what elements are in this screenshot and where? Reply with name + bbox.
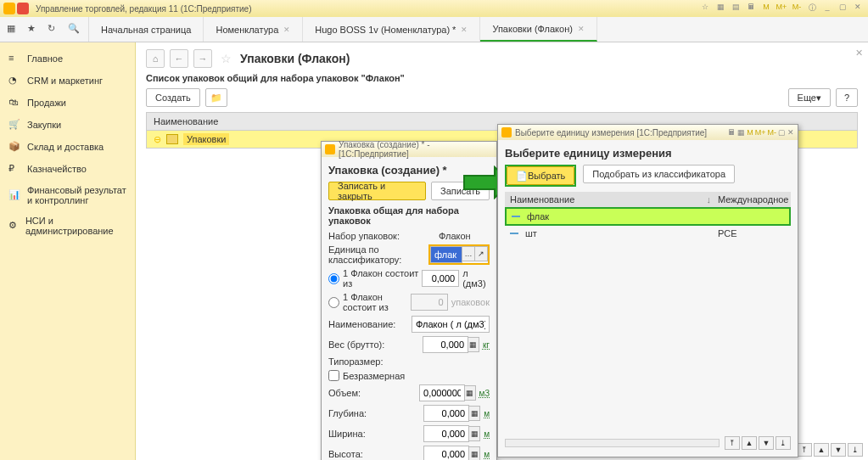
home-button[interactable]: ⌂: [146, 49, 165, 68]
forward-button[interactable]: →: [193, 49, 212, 68]
weight-unit[interactable]: кг: [483, 340, 490, 350]
tb-mplus[interactable]: M+: [755, 128, 766, 137]
nav-top-icon[interactable]: ⤒: [725, 436, 740, 450]
close-icon[interactable]: ✕: [578, 25, 585, 33]
nav-up-icon[interactable]: ▲: [814, 443, 829, 457]
width-unit[interactable]: м: [484, 429, 490, 439]
sidebar-item-crm[interactable]: ◔CRM и маркетинг: [0, 70, 135, 92]
close-icon[interactable]: ✕: [461, 25, 468, 34]
classifier-button[interactable]: Подобрать из классификатора: [583, 165, 735, 183]
tb-grid-icon[interactable]: ▦: [714, 3, 727, 14]
dimensionless-checkbox[interactable]: [328, 370, 339, 381]
calc-icon[interactable]: ▦: [468, 406, 480, 421]
set-value: Флакон: [439, 231, 471, 241]
volume-input[interactable]: [419, 384, 465, 401]
save-close-button[interactable]: Записать и закрыть: [328, 182, 426, 200]
nav-down-icon[interactable]: ▼: [759, 436, 774, 450]
close-page-icon[interactable]: ✕: [855, 48, 863, 59]
back-button[interactable]: ←: [170, 49, 188, 68]
width-label: Ширина:: [328, 429, 423, 439]
page-footer-controls: ⤒ ▲ ▼ ⤓: [797, 443, 863, 457]
depth-unit[interactable]: м: [484, 409, 490, 418]
app-titlebar: Управление торговлей, редакция 11 (1С:Пр…: [0, 0, 868, 17]
sidebar-item-main[interactable]: ≡Главное: [0, 48, 135, 70]
collapse-icon[interactable]: ⊖: [154, 134, 161, 145]
col-intl[interactable]: Международное: [718, 194, 786, 205]
open-icon[interactable]: ↗: [474, 246, 488, 261]
depth-input[interactable]: [423, 405, 469, 422]
tb-m[interactable]: M: [747, 128, 753, 137]
cart-icon: 🛒: [8, 119, 20, 131]
tb-info-icon[interactable]: ⓘ: [805, 3, 819, 14]
sidebar-item-sales[interactable]: 🛍Продажи: [0, 92, 135, 114]
nav-top-icon[interactable]: ⤒: [797, 443, 812, 457]
history-icon[interactable]: ↻: [48, 23, 61, 36]
height-input[interactable]: [423, 446, 469, 460]
tab-start[interactable]: Начальная страница: [89, 17, 204, 42]
tb-m[interactable]: M: [759, 3, 773, 14]
nav-up-icon[interactable]: ▲: [742, 436, 757, 450]
weight-input[interactable]: [423, 336, 468, 353]
tb-calc-icon[interactable]: 🖩: [728, 128, 736, 137]
sidebar-item-admin[interactable]: ⚙НСИ и администрирование: [0, 210, 135, 241]
dropdown-icon[interactable]: …: [462, 246, 475, 261]
height-unit[interactable]: м: [484, 450, 490, 459]
calc-icon[interactable]: ▦: [464, 385, 476, 401]
favorite-icon[interactable]: ☆: [221, 52, 232, 65]
close-icon[interactable]: ✕: [283, 25, 290, 34]
button-label: Еще: [798, 93, 816, 103]
sidebar-item-warehouse[interactable]: 📦Склад и доставка: [0, 136, 135, 158]
calc-icon[interactable]: ▦: [468, 446, 480, 460]
dlg-maximize-icon[interactable]: ▢: [778, 128, 786, 137]
sidebar-item-treasury[interactable]: ₽Казначейство: [0, 158, 135, 180]
dialog-title: Выберите единицу измерения [1С:Предприят…: [515, 128, 728, 137]
horizontal-scrollbar[interactable]: [505, 439, 720, 447]
unit-icon: [512, 216, 520, 217]
tb-star-icon[interactable]: ☆: [698, 3, 712, 14]
dlg-close-icon[interactable]: ✕: [787, 128, 794, 137]
unit-row[interactable]: шт PCE: [505, 226, 791, 241]
nav-down-icon[interactable]: ▼: [831, 443, 846, 457]
tb-calc-icon[interactable]: 🖩: [744, 3, 758, 14]
more-button[interactable]: Еще ▾: [788, 88, 831, 107]
name-input[interactable]: [412, 316, 490, 333]
tab-packaging[interactable]: Упаковки (Флакон)✕: [480, 17, 596, 42]
radio-liters[interactable]: [328, 273, 339, 284]
tb-mminus[interactable]: M-: [790, 3, 804, 14]
favorites-icon[interactable]: ★: [27, 23, 41, 36]
calc-icon[interactable]: ▦: [468, 426, 480, 441]
minimize-button[interactable]: _: [820, 3, 834, 14]
sidebar-label: Закупки: [27, 120, 61, 130]
unit-row-selected[interactable]: флак: [505, 207, 791, 226]
help-button[interactable]: ?: [836, 88, 858, 107]
radio1-value[interactable]: [422, 270, 459, 287]
volume-unit[interactable]: м3: [479, 389, 490, 398]
nav-bottom-icon[interactable]: ⤓: [848, 443, 863, 457]
tb-mplus[interactable]: M+: [775, 3, 788, 14]
maximize-button[interactable]: ▢: [836, 3, 849, 14]
calc-icon[interactable]: ▦: [468, 337, 479, 352]
close-button[interactable]: ✕: [851, 3, 865, 14]
tab-hugo-boss[interactable]: Hugo BOSS 1v (Номенклатура) *✕: [303, 17, 480, 42]
nav-sidebar: ≡Главное ◔CRM и маркетинг 🛍Продажи 🛒Заку…: [0, 42, 136, 460]
sidebar-item-finance[interactable]: 📊Финансовый результат и контроллинг: [0, 180, 135, 210]
radio-packs[interactable]: [328, 297, 339, 308]
tb-grid-icon[interactable]: ▦: [737, 128, 745, 137]
tb-doc-icon[interactable]: ▤: [729, 3, 742, 14]
classifier-input[interactable]: [430, 246, 462, 263]
box-icon: 📦: [8, 141, 20, 153]
tab-nomenclature[interactable]: Номенклатура✕: [204, 17, 303, 42]
tb-mminus[interactable]: M-: [768, 128, 777, 137]
save-button[interactable]: Записать: [431, 182, 490, 200]
button-label: Записать: [440, 186, 480, 196]
search-icon[interactable]: 🔍: [68, 23, 81, 36]
nav-bottom-icon[interactable]: ⤓: [776, 436, 791, 450]
create-folder-button[interactable]: 📁: [205, 88, 227, 107]
select-button[interactable]: 📄 Выбрать: [507, 166, 574, 185]
width-input[interactable]: [423, 425, 469, 442]
create-button[interactable]: Создать: [146, 88, 200, 107]
sort-icon[interactable]: ↓: [707, 194, 712, 205]
sidebar-item-purchases[interactable]: 🛒Закупки: [0, 114, 135, 136]
col-name[interactable]: Наименование: [510, 194, 707, 205]
apps-icon[interactable]: ▦: [7, 23, 20, 36]
